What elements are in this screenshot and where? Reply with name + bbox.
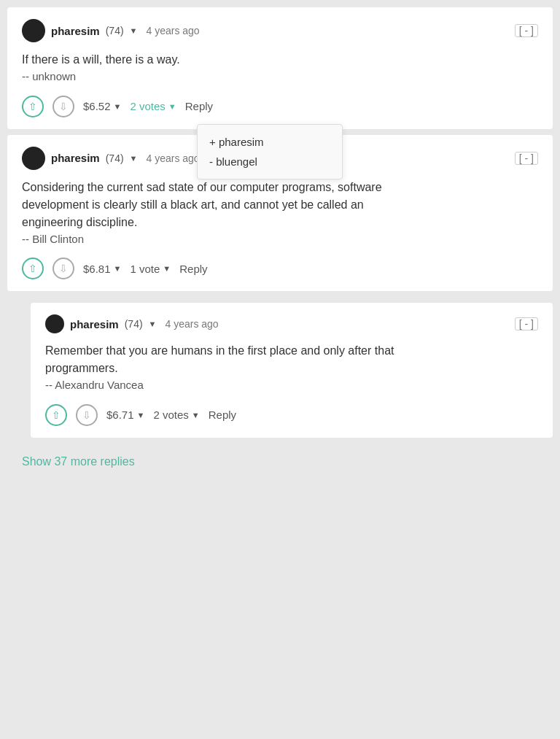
votes-count-1[interactable]: 2 votes ▼: [130, 100, 176, 112]
collapse-btn-1[interactable]: [ - ]: [515, 24, 538, 37]
votes-arrow-2: ▼: [163, 264, 171, 273]
votes-count-2[interactable]: 1 vote ▼: [130, 263, 171, 275]
votes-count-3[interactable]: 2 votes ▼: [153, 409, 199, 421]
comment-line-3-2: -- Alexandru Vancea: [45, 377, 538, 394]
comment-body-3: Remember that you are humans in the firs…: [45, 342, 538, 394]
comment-body-2: Considering the current sad state of our…: [22, 179, 538, 248]
comment-header-1: pharesim (74) ▼ 4 years ago [ - ]: [22, 19, 538, 42]
reply-btn-1[interactable]: Reply: [185, 100, 213, 112]
votes-label-1: 2 votes: [130, 100, 165, 112]
dollar-amount-3: $6.71: [106, 409, 134, 421]
comment-actions-2: ⇧ ⇩ $6.81 ▼ 1 vote ▼ Reply: [22, 258, 538, 279]
comment-line-3-0: Remember that you are humans in the firs…: [45, 342, 538, 360]
comment-card-3: pharesim (74) ▼ 4 years ago [ - ] Rememb…: [31, 303, 553, 438]
collapse-btn-2[interactable]: [ - ]: [515, 152, 538, 165]
comment-actions-1: ⇧ ⇩ $6.52 ▼ 2 votes ▼ Reply: [22, 96, 538, 117]
collapse-btn-3[interactable]: [ - ]: [515, 317, 538, 330]
username-1: pharesim: [51, 25, 100, 37]
votes-label-3: 2 votes: [153, 409, 188, 421]
vote-up-2[interactable]: ⇧: [22, 258, 44, 279]
dollar-amount-1: $6.52: [83, 100, 111, 112]
vote-up-3[interactable]: ⇧: [45, 404, 67, 426]
vote-down-1[interactable]: ⇩: [52, 96, 74, 117]
votes-arrow-1: ▼: [168, 102, 176, 111]
votes-arrow-3: ▼: [192, 411, 200, 419]
timestamp-1: 4 years ago: [147, 25, 200, 36]
comment-line-1-1: -- unknown: [22, 69, 538, 85]
page-container: pharesim (74) ▼ 4 years ago [ - ] If the…: [0, 7, 560, 480]
section-gap: [7, 297, 553, 303]
comment-actions-3: ⇧ ⇩ $6.71 ▼ 2 votes ▼ Reply: [45, 404, 538, 426]
score-arrow-1: ▼: [114, 102, 122, 111]
comment-line-2-2: engineering discipline.: [22, 214, 538, 231]
user-score-3: (74): [125, 318, 143, 330]
user-dropdown-arrow-3[interactable]: ▼: [149, 320, 157, 328]
username-3: pharesim: [70, 318, 119, 330]
user-score-1: (74): [106, 25, 124, 36]
timestamp-2: 4 years ago: [147, 152, 200, 164]
score-1[interactable]: $6.52 ▼: [83, 100, 121, 112]
vote-up-1[interactable]: ⇧: [22, 96, 44, 117]
reply-btn-3[interactable]: Reply: [209, 409, 236, 421]
comment-line-2-0: Considering the current sad state of our…: [22, 179, 538, 196]
popup-item-1-0: + pharesim: [209, 132, 330, 152]
avatar-3: [45, 314, 64, 333]
comment-line-1-0: If there is a will, there is a way.: [22, 51, 538, 69]
popup-item-1-1: - bluengel: [209, 152, 330, 171]
avatar-2: [22, 147, 45, 170]
dollar-amount-2: $6.81: [83, 263, 111, 275]
avatar-1: [22, 19, 45, 42]
user-dropdown-arrow-2[interactable]: ▼: [130, 154, 138, 163]
username-2: pharesim: [51, 152, 100, 164]
score-2[interactable]: $6.81 ▼: [83, 263, 121, 275]
timestamp-3: 4 years ago: [166, 318, 219, 330]
comment-card-1: pharesim (74) ▼ 4 years ago [ - ] If the…: [7, 7, 553, 129]
show-more-replies-btn[interactable]: Show 37 more replies: [7, 444, 149, 480]
vote-down-2[interactable]: ⇩: [52, 258, 74, 279]
comment-header-3: pharesim (74) ▼ 4 years ago [ - ]: [45, 314, 538, 333]
comment-line-3-1: programmers.: [45, 360, 538, 377]
user-dropdown-arrow-1[interactable]: ▼: [130, 26, 138, 35]
votes-dropdown-1: + pharesim - bluengel: [197, 124, 343, 179]
comment-line-2-3: -- Bill Clinton: [22, 231, 538, 248]
score-arrow-2: ▼: [114, 264, 122, 273]
comment-line-2-1: development is clearly still a black art…: [22, 196, 538, 214]
user-score-2: (74): [106, 152, 124, 164]
vote-down-3[interactable]: ⇩: [76, 404, 98, 426]
comment-body-1: If there is a will, there is a way. -- u…: [22, 51, 538, 85]
score-3[interactable]: $6.71 ▼: [106, 409, 144, 421]
votes-label-2: 1 vote: [130, 263, 160, 275]
reply-btn-2[interactable]: Reply: [179, 263, 207, 275]
score-arrow-3: ▼: [137, 411, 145, 419]
